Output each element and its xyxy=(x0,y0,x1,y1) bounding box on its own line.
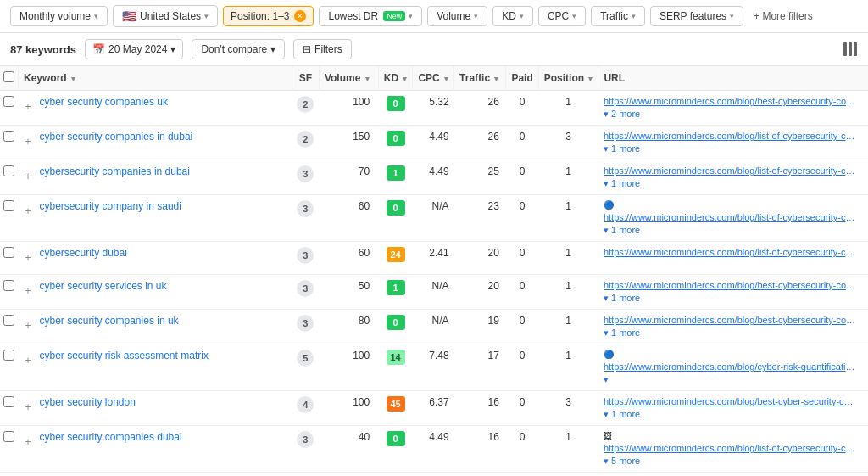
keyword-link[interactable]: cyber security companies uk xyxy=(40,96,168,108)
svg-rect-0 xyxy=(843,42,847,56)
cpc-filter[interactable]: CPC ▾ xyxy=(538,6,586,26)
expand-icon[interactable]: + xyxy=(24,315,37,337)
url-link[interactable]: https://www.micromindercs.com/blog/list-… xyxy=(604,165,858,176)
filter-icon: ⊟ xyxy=(303,43,311,55)
compare-button[interactable]: Don't compare ▾ xyxy=(192,39,285,59)
lowest-dr-label: Lowest DR xyxy=(328,10,378,22)
position-header[interactable]: Position ▾ xyxy=(538,66,598,91)
row-checkbox[interactable] xyxy=(3,247,14,258)
row-checkbox[interactable] xyxy=(3,431,14,442)
table-row: + cybersecurity company in saudi 3 60 0 … xyxy=(0,195,868,242)
kd-header[interactable]: KD ▾ xyxy=(378,66,413,91)
keyword-cell: + cyber security companies dubai xyxy=(19,426,292,473)
row-checkbox-cell[interactable] xyxy=(0,275,19,310)
expand-icon[interactable]: + xyxy=(24,350,37,372)
expand-icon[interactable]: + xyxy=(24,247,37,269)
more-urls-link[interactable]: ▾ xyxy=(604,374,609,385)
row-checkbox[interactable] xyxy=(3,96,14,107)
expand-icon[interactable]: + xyxy=(24,96,37,118)
row-checkbox-cell[interactable] xyxy=(0,344,19,391)
table-row: + cyber security risk assessment matrix … xyxy=(0,344,868,391)
more-urls-link[interactable]: ▾ 5 more xyxy=(604,456,640,467)
more-urls-link[interactable]: ▾ 2 more xyxy=(604,109,640,120)
row-checkbox[interactable] xyxy=(3,350,14,361)
url-link[interactable]: https://www.micromindercs.com/blog/list-… xyxy=(604,247,858,257)
columns-icon[interactable] xyxy=(843,42,858,57)
serp-features-filter[interactable]: SERP features ▾ xyxy=(650,6,743,26)
url-header[interactable]: URL xyxy=(598,66,868,91)
row-checkbox-cell[interactable] xyxy=(0,310,19,344)
traffic-cell: 19 xyxy=(454,310,506,344)
sf-header[interactable]: SF xyxy=(292,66,319,91)
volume-filter[interactable]: Volume ▾ xyxy=(427,6,487,26)
row-checkbox[interactable] xyxy=(3,165,14,176)
row-checkbox[interactable] xyxy=(3,131,14,142)
more-urls-link[interactable]: ▾ 1 more xyxy=(604,178,640,189)
row-checkbox[interactable] xyxy=(3,280,14,291)
cpc-header[interactable]: CPC ▾ xyxy=(413,66,454,91)
keyword-link[interactable]: cybersecurity company in saudi xyxy=(40,200,181,212)
row-checkbox[interactable] xyxy=(3,200,14,211)
select-all-header[interactable] xyxy=(0,66,19,91)
keyword-link[interactable]: cyber security london xyxy=(40,396,136,408)
kd-filter[interactable]: KD ▾ xyxy=(492,6,533,26)
traffic-header[interactable]: Traffic ▾ xyxy=(454,66,506,91)
select-all-checkbox[interactable] xyxy=(3,71,14,82)
keyword-link[interactable]: cyber security companies in dubai xyxy=(40,131,193,143)
row-checkbox-cell[interactable] xyxy=(0,426,19,473)
url-link[interactable]: https://www.micromindercs.com/blog/best-… xyxy=(604,396,858,406)
position-close-icon[interactable]: ✕ xyxy=(294,10,306,22)
kd-label: KD xyxy=(502,10,516,22)
url-link[interactable]: https://www.micromindercs.com/blog/list-… xyxy=(604,212,858,222)
filters-button[interactable]: ⊟ Filters xyxy=(293,39,352,59)
lowest-dr-filter[interactable]: Lowest DR New ▾ xyxy=(319,6,422,26)
url-link[interactable]: https://www.micromindercs.com/blog/cyber… xyxy=(604,361,858,372)
keyword-header[interactable]: Keyword ▾ xyxy=(19,66,292,91)
traffic-filter[interactable]: Traffic ▾ xyxy=(591,6,645,26)
keyword-link[interactable]: cyber security companies in uk xyxy=(40,315,179,327)
url-link[interactable]: https://www.micromindercs.com/blog/best-… xyxy=(604,280,858,290)
expand-icon[interactable]: + xyxy=(24,165,37,188)
row-checkbox-cell[interactable] xyxy=(0,242,19,275)
expand-icon[interactable]: + xyxy=(24,280,37,302)
expand-icon[interactable]: + xyxy=(24,431,37,453)
cpc-cell: 6.37 xyxy=(413,391,454,426)
cpc-cell: N/A xyxy=(413,310,454,344)
url-link[interactable]: https://www.micromindercs.com/blog/best-… xyxy=(604,96,858,106)
keyword-link[interactable]: cyber security companies dubai xyxy=(40,431,182,443)
position-filter[interactable]: Position: 1–3 ✕ xyxy=(223,6,314,26)
keyword-link[interactable]: cyber security risk assessment matrix xyxy=(40,350,209,361)
keyword-link[interactable]: cyber security services in uk xyxy=(40,280,167,292)
row-checkbox-cell[interactable] xyxy=(0,391,19,426)
row-checkbox-cell[interactable] xyxy=(0,473,19,477)
volume-header[interactable]: Volume ▾ xyxy=(319,66,378,91)
url-link[interactable]: https://www.micromindercs.com/blog/list-… xyxy=(604,131,858,141)
expand-icon[interactable]: + xyxy=(24,131,37,153)
expand-icon[interactable]: + xyxy=(24,200,37,222)
more-urls-link[interactable]: ▾ 1 more xyxy=(604,143,640,154)
more-urls-link[interactable]: ▾ 1 more xyxy=(604,225,640,236)
more-urls-link[interactable]: ▾ 1 more xyxy=(604,293,640,304)
row-checkbox-cell[interactable] xyxy=(0,126,19,160)
kd-badge: 0 xyxy=(387,131,405,146)
keyword-link[interactable]: cybersecurity dubai xyxy=(40,247,127,259)
url-link[interactable]: https://www.micromindercs.com/blog/list-… xyxy=(604,443,858,453)
more-filters-button[interactable]: + More filters xyxy=(748,7,818,25)
keyword-link[interactable]: cybersecurity companies in dubai xyxy=(40,165,190,177)
row-checkbox[interactable] xyxy=(3,396,14,407)
date-picker[interactable]: 📅 20 May 2024 ▾ xyxy=(85,39,183,59)
paid-header[interactable]: Paid xyxy=(506,66,538,91)
country-filter[interactable]: 🇺🇸 United States ▾ xyxy=(113,5,218,27)
monthly-volume-filter[interactable]: Monthly volume ▾ xyxy=(10,6,108,26)
more-urls-link[interactable]: ▾ 1 more xyxy=(604,409,640,420)
url-link[interactable]: https://www.micromindercs.com/blog/best-… xyxy=(604,315,858,325)
sf-cell: 3 xyxy=(292,426,319,473)
expand-icon[interactable]: + xyxy=(24,396,37,418)
more-urls-link[interactable]: ▾ 1 more xyxy=(604,328,640,339)
lowest-dr-caret: ▾ xyxy=(409,12,413,20)
row-checkbox[interactable] xyxy=(3,315,14,326)
row-checkbox-cell[interactable] xyxy=(0,91,19,126)
row-checkbox-cell[interactable] xyxy=(0,160,19,195)
filter-bar: Monthly volume ▾ 🇺🇸 United States ▾ Posi… xyxy=(0,0,868,33)
row-checkbox-cell[interactable] xyxy=(0,195,19,242)
